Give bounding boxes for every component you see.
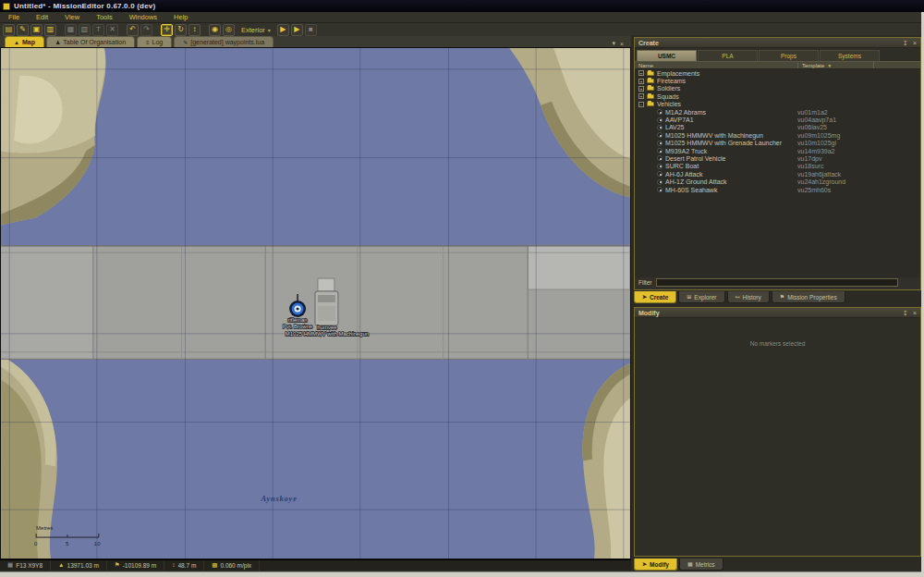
step-button[interactable]: ▶ [291,24,303,36]
tab-close-icon[interactable]: × [620,41,624,47]
vehicle-template: vu18surc [797,163,823,169]
tab-create[interactable]: ➤ Create [634,291,676,303]
status-map-scale: ▩ 0.060 m/pix [204,560,260,571]
expand-toggle[interactable]: + [638,86,644,92]
tab-table-of-organisation[interactable]: ♟ Table Of Organisation [46,36,135,47]
tab-props[interactable]: Props [759,50,819,61]
toolbar-separator [58,24,63,36]
tree-item[interactable]: AH-1Z Ground Attack vu24ah1zground [635,178,920,185]
pin-icon[interactable]: ↧ [903,310,908,316]
vehicle-template: vu10m1025gl [797,140,836,146]
tree-item[interactable]: AAVP7A1 vu04aavp7a1 [635,116,920,123]
tree-item[interactable]: M1A2 Abrams vu01m1a2 [635,108,920,116]
modify-panel-body: No markers selected [635,318,920,556]
tab-list-dropdown-icon[interactable]: ▾ [612,40,615,47]
tab-systems[interactable]: Systems [820,50,880,61]
tab-map-label: Map [22,39,35,45]
tab-usmc[interactable]: USMC [637,50,697,61]
tree-folder-soldiers[interactable]: + Soldiers [635,85,920,92]
column-name[interactable]: Name [638,63,653,68]
grid-ref-icon: ▦ [7,562,13,569]
unit-tree: + Emplacements + Fireteams + Soldiers + … [635,69,920,277]
folder-icon [647,102,654,106]
tab-pla[interactable]: PLA [698,50,758,61]
tree-item[interactable]: LAV25 vu06lav25 [635,124,920,131]
window-title: Untitled* - MissionEditor 0.67.0.0 (dev) [14,2,155,10]
modify-panel-tabs: ➤ Modify ▦ Metrics [634,559,723,571]
tab-explorer[interactable]: ⊞ Explorer [678,291,724,303]
column-divider [873,62,874,68]
snap-button[interactable]: ◉ [209,24,221,36]
tab-waypoints[interactable]: ✎ [generated] waypoints.lua [174,36,274,47]
close-icon[interactable]: × [913,40,917,46]
create-panel-tabs: ➤ Create ⊞ Explorer ↤ History ⚑ Mission … [634,291,845,303]
vehicle-icon [657,164,663,169]
flag-icon: ⚑ [780,294,784,300]
vehicle-template: vu09m1025mg [797,132,840,139]
pin-icon[interactable]: ↧ [903,40,908,46]
redo-button: ↷ [140,24,152,36]
filter-input[interactable] [656,278,898,287]
y-coord-value: -10109.89 m [123,562,157,569]
view-mode-dropdown[interactable]: Exterior ▾ [237,26,275,34]
tab-history[interactable]: ↤ History [727,291,770,303]
tree-item[interactable]: M1025 HMMWV with Machinegun vu09m1025mg [635,131,920,139]
tab-map[interactable]: ▲ Map [5,36,44,47]
menu-view[interactable]: View [56,12,88,22]
menu-tools[interactable]: Tools [88,12,121,22]
vehicle-name: Desert Patrol Vehicle [665,155,725,162]
vehicle-icon [657,125,663,130]
undo-button[interactable]: ↶ [127,24,139,36]
tree-folder-squads[interactable]: + Squads [635,92,920,100]
expand-toggle[interactable]: + [638,93,644,99]
menu-file[interactable]: File [0,12,28,22]
target-button[interactable]: ◎ [223,24,235,36]
tree-folder-fireteams[interactable]: + Fireteams [635,77,920,84]
tab-mission-properties-label: Mission Properties [787,294,836,301]
collapse-toggle[interactable]: − [638,102,644,107]
sort-arrow-icon: ▼ [827,63,832,68]
soldier-name-label: Pvt. Browne [283,324,313,329]
tree-item[interactable]: AH-6J Attack vu19ah6jattack [635,170,920,178]
edit-button[interactable]: ✎ [17,24,29,36]
menu-edit[interactable]: Edit [28,12,56,22]
tab-metrics[interactable]: ▦ Metrics [679,559,723,571]
create-panel: Create ↧ × USMC PLA Props Systems Name T… [634,37,921,290]
cursor-icon: ➤ [642,561,647,567]
folder-label: Squads [657,93,679,100]
elevate-tool-button[interactable]: ↕ [188,24,201,36]
close-icon[interactable]: × [913,310,917,316]
tree-item[interactable]: SURC Boat vu18surc [635,163,920,170]
expand-toggle[interactable]: + [638,70,644,76]
scale-tick-2: 10 [94,541,101,546]
move-tool-button[interactable]: ✛ [161,24,173,36]
import-button[interactable]: ▥ [44,24,56,36]
new-button[interactable]: ▤ [3,24,15,36]
vehicle-sprite[interactable] [315,278,338,325]
app-icon [3,3,10,10]
modify-panel-header: Modify ↧ × [635,308,920,318]
menu-help[interactable]: Help [165,12,196,22]
tree-item[interactable]: MH-60S Seahawk vu25mh60s [635,186,920,193]
play-button[interactable]: ▶ [277,24,289,36]
copy-button: ▧ [79,24,91,36]
save-button[interactable]: ▣ [30,24,43,36]
expand-toggle[interactable]: + [638,79,644,84]
tab-modify[interactable]: ➤ Modify [634,559,677,571]
tree-item[interactable]: M939A2 Truck vu14m939a2 [635,147,920,154]
tree-item[interactable]: M1025 HMMWV with Grenade Launcher vu10m1… [635,140,920,147]
tree-item[interactable]: Desert Patrol Vehicle vu17dpv [635,154,920,162]
tab-log[interactable]: ≡ Log [137,36,172,47]
menu-windows[interactable]: Windows [121,12,165,22]
column-template[interactable]: Template ▼ [797,63,832,68]
vehicle-name: M939A2 Truck [665,148,707,154]
stop-button: ■ [305,24,317,36]
vehicle-icon [657,109,663,115]
rotate-tool-button[interactable]: ↻ [175,24,187,36]
tree-folder-emplacements[interactable]: + Emplacements [635,69,920,77]
tab-metrics-label: Metrics [696,561,715,568]
map-viewport[interactable]: rifleman Pvt. Browne humvee M1025 HMMWV … [0,47,631,559]
tree-folder-vehicles[interactable]: − Vehicles [635,101,920,108]
tab-mission-properties[interactable]: ⚑ Mission Properties [772,291,845,303]
vehicle-template: vu06lav25 [797,124,827,130]
